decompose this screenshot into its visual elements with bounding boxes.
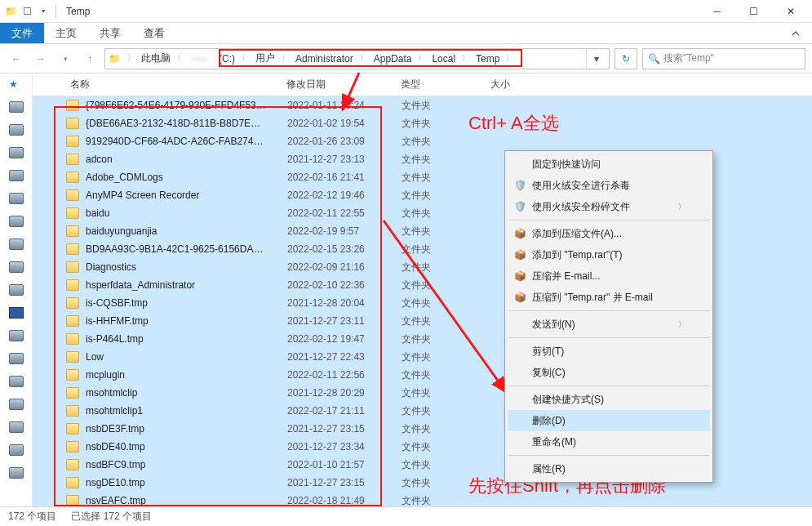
folder-icon — [66, 369, 79, 381]
crumb-appdata[interactable]: AppData — [369, 49, 417, 69]
titlebar: 📁 ☐ ▾ Temp ─ ☐ ✕ — [0, 0, 812, 23]
sidebar-item[interactable] — [9, 444, 24, 459]
menu-add-archive[interactable]: 📦添加到压缩文件(A)... — [508, 223, 710, 244]
col-date[interactable]: 修改日期 — [282, 78, 396, 91]
quick-access-icon[interactable]: ★ — [9, 78, 24, 93]
crumb-drive[interactable]: (C:) — [214, 49, 240, 69]
folder-icon — [66, 154, 79, 165]
sidebar-this-pc[interactable] — [9, 307, 24, 322]
file-date: 2022-02-11 22:55 — [287, 207, 402, 219]
sidebar-item[interactable] — [9, 147, 24, 162]
file-name: AnyMP4 Screen Recorder — [86, 189, 287, 201]
menu-delete[interactable]: 删除(D) — [508, 410, 710, 431]
table-row[interactable]: nsvEAFC.tmp2022-02-18 21:49文件夹 — [33, 492, 812, 506]
menu-send-to[interactable]: 发送到(N)〉 — [508, 314, 710, 335]
file-type: 文件夹 — [402, 243, 491, 256]
menu-copy[interactable]: 复制(C) — [508, 362, 710, 383]
folder-icon — [66, 387, 79, 399]
crumb-local[interactable]: Local — [427, 49, 460, 69]
file-type: 文件夹 — [402, 99, 491, 113]
folder-icon — [66, 351, 79, 363]
sidebar-item[interactable] — [9, 170, 24, 185]
close-button[interactable]: ✕ — [772, 0, 809, 23]
chevron-right-icon: 〉 — [177, 53, 184, 64]
search-input[interactable]: 🔍 搜索"Temp" — [642, 48, 805, 69]
file-date: 2022-02-18 21:49 — [287, 495, 402, 506]
file-date: 2022-02-12 19:47 — [287, 333, 402, 345]
sidebar-item[interactable] — [9, 284, 24, 299]
file-date: 2021-12-28 20:29 — [287, 387, 402, 399]
menu-shortcut[interactable]: 创建快捷方式(S) — [508, 389, 710, 410]
minimize-button[interactable]: ─ — [699, 0, 735, 23]
table-row[interactable]: {798F6E62-54E6-4179-930E-FFD4F53…2022-01… — [33, 96, 812, 114]
forward-button[interactable]: → — [31, 49, 51, 69]
crumb-users[interactable]: 用户 — [251, 49, 280, 69]
menu-compress-temp-email[interactable]: 📦压缩到 "Temp.rar" 并 E-mail — [508, 287, 710, 308]
sidebar-item[interactable] — [9, 399, 24, 413]
menu-rename[interactable]: 重命名(M) — [508, 431, 710, 452]
folder-icon — [66, 297, 79, 309]
crumb-hidden[interactable]: ······ — [186, 49, 212, 69]
file-name: msohtmlclip1 — [86, 405, 287, 417]
file-name: adcon — [86, 154, 287, 165]
history-dropdown[interactable]: ▾ — [55, 49, 75, 69]
qat-item[interactable]: ☐ — [20, 4, 34, 19]
up-button[interactable]: ↑ — [80, 49, 100, 69]
sidebar-item[interactable] — [9, 101, 24, 116]
file-type: 文件夹 — [402, 332, 491, 346]
file-date: 2022-01-26 23:09 — [287, 136, 402, 147]
tab-share[interactable]: 共享 — [88, 23, 132, 43]
file-date: 2022-02-16 21:41 — [287, 172, 402, 183]
table-row[interactable]: 9192940D-CF68-4ADC-A26C-FAB274…2022-01-2… — [33, 132, 812, 150]
menu-huorong-scan[interactable]: 🛡️使用火绒安全进行杀毒 — [508, 175, 710, 196]
menu-add-temp-rar[interactable]: 📦添加到 "Temp.rar"(T) — [508, 244, 710, 265]
col-size[interactable]: 大小 — [486, 78, 551, 91]
menu-separator — [508, 337, 709, 338]
ribbon-toggle[interactable] — [779, 23, 812, 43]
window-title: Temp — [66, 6, 90, 17]
crumb-admin[interactable]: Administrator — [291, 49, 358, 69]
maximize-button[interactable]: ☐ — [735, 0, 772, 23]
menu-cut[interactable]: 剪切(T) — [508, 341, 710, 362]
folder-icon — [66, 225, 79, 237]
file-name: nsbDE40.tmp — [86, 441, 287, 452]
sidebar-item[interactable] — [9, 421, 24, 436]
menu-huorong-shred[interactable]: 🛡️使用火绒安全粉碎文件〉 — [508, 196, 710, 217]
crumb-temp[interactable]: Temp — [471, 49, 504, 69]
table-row[interactable]: {DBE66AE3-2132-418D-811B-B8D7E…2022-01-0… — [33, 114, 812, 132]
sidebar-item[interactable] — [9, 467, 24, 482]
file-date: 2022-02-10 22:36 — [287, 279, 402, 291]
menu-properties[interactable]: 属性(R) — [508, 458, 710, 479]
sidebar-item[interactable] — [9, 376, 24, 390]
tab-home[interactable]: 主页 — [44, 23, 88, 43]
shield-icon: 🛡️ — [512, 201, 527, 212]
qat-dropdown[interactable]: ▾ — [36, 4, 51, 19]
file-name: BD9AA93C-9B1A-42C1-9625-6156DA… — [86, 243, 287, 255]
file-name: {DBE66AE3-2132-418D-811B-B8D7E… — [86, 118, 287, 129]
address-dropdown[interactable]: ▾ — [586, 49, 606, 69]
back-button[interactable]: ← — [7, 49, 26, 69]
tab-file[interactable]: 文件 — [0, 23, 44, 43]
crumb-root[interactable]: 此电脑 — [136, 49, 175, 69]
sidebar-item[interactable] — [9, 238, 24, 253]
sidebar-item[interactable] — [9, 261, 24, 276]
folder-icon — [66, 279, 79, 291]
folder-icon — [66, 189, 79, 201]
sidebar-item[interactable] — [9, 216, 24, 230]
sidebar-item[interactable] — [9, 124, 24, 139]
tab-view[interactable]: 查看 — [132, 23, 176, 43]
sidebar-item[interactable] — [9, 353, 24, 368]
menu-pin[interactable]: 固定到快速访问 — [508, 154, 710, 175]
address-bar[interactable]: 📁 〉 此电脑 〉 ······ (C:) 〉 用户 〉 Administrat… — [104, 48, 610, 69]
menu-separator — [508, 220, 709, 221]
search-icon: 🔍 — [648, 53, 660, 65]
menu-compress-email[interactable]: 📦压缩并 E-mail... — [508, 265, 710, 287]
file-type: 文件夹 — [402, 350, 491, 364]
refresh-button[interactable]: ↻ — [615, 48, 637, 69]
divider — [55, 5, 56, 18]
file-date: 2022-02-19 9:57 — [287, 225, 402, 237]
sidebar-item[interactable] — [9, 193, 24, 207]
sidebar-item[interactable] — [9, 330, 24, 345]
col-type[interactable]: 类型 — [396, 78, 486, 91]
col-name[interactable]: 名称 — [65, 78, 282, 91]
